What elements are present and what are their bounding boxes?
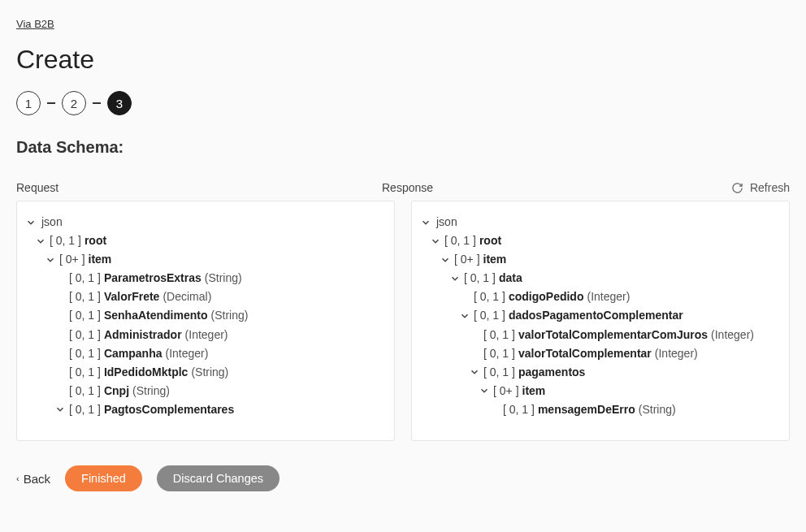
field-name: SenhaAtendimento <box>104 306 208 325</box>
field-type: (String) <box>639 400 676 419</box>
chevron-down-icon[interactable] <box>25 217 37 228</box>
tree-row[interactable]: [ 0, 1 ]IdPedidoMktplc(String) <box>25 363 386 382</box>
stepper: 1 2 3 <box>16 91 790 115</box>
cardinality-range: [ 0+ ] <box>59 250 85 269</box>
cardinality-range: [ 0, 1 ] <box>69 363 101 382</box>
chevron-down-icon[interactable] <box>45 254 56 266</box>
cardinality-range: [ 0, 1 ] <box>503 400 535 419</box>
chevron-down-icon[interactable] <box>420 217 431 228</box>
cardinality-range: [ 0, 1 ] <box>69 306 101 325</box>
cardinality-range: [ 0, 1 ] <box>69 288 101 306</box>
cardinality-range: [ 0, 1 ] <box>474 306 505 325</box>
field-name: Cnpj <box>104 382 129 400</box>
cardinality-range: [ 0, 1 ] <box>69 400 101 419</box>
tree-root-label: json <box>436 213 457 231</box>
field-name: item <box>483 250 507 269</box>
cardinality-range: [ 0, 1 ] <box>50 231 81 250</box>
field-type: (Integer) <box>655 344 698 363</box>
back-label: Back <box>24 472 50 486</box>
finished-button[interactable]: Finished <box>65 465 142 491</box>
tree-row[interactable]: [ 0, 1 ]codigoPedido(Integer) <box>420 288 781 306</box>
breadcrumb-link[interactable]: Via B2B <box>16 18 54 30</box>
field-name: mensagemDeErro <box>538 400 635 419</box>
cardinality-range: [ 0, 1 ] <box>483 363 515 382</box>
tree-row[interactable]: [ 0, 1 ]valorTotalComplementarComJuros(I… <box>420 326 781 344</box>
field-name: valorTotalComplementarComJuros <box>518 326 708 344</box>
tree-row[interactable]: [ 0, 1 ]mensagemDeErro(String) <box>420 400 781 419</box>
step-3[interactable]: 3 <box>107 91 132 115</box>
chevron-down-icon[interactable] <box>469 366 480 378</box>
tree-row[interactable]: [ 0, 1 ]valorTotalComplementar(Integer) <box>420 344 781 363</box>
field-type: (Integer) <box>166 344 209 363</box>
step-1[interactable]: 1 <box>16 91 41 115</box>
field-name: dadosPagamentoComplementar <box>509 306 683 325</box>
tree-row[interactable]: json <box>25 213 386 231</box>
chevron-down-icon[interactable] <box>440 254 451 266</box>
tree-row[interactable]: [ 0, 1 ]ValorFrete(Decimal) <box>25 288 386 306</box>
chevron-down-icon[interactable] <box>449 273 461 284</box>
field-name: valorTotalComplementar <box>518 344 652 363</box>
back-button[interactable]: ‹ Back <box>16 472 50 486</box>
tree-row[interactable]: [ 0, 1 ]PagtosComplementares <box>25 400 386 419</box>
tree-root-label: json <box>41 213 63 231</box>
tree-row[interactable]: [ 0, 1 ]Administrador(Integer) <box>25 326 386 344</box>
field-name: IdPedidoMktplc <box>104 363 188 382</box>
tree-row[interactable]: [ 0, 1 ]ParametrosExtras(String) <box>25 269 386 288</box>
discard-changes-button[interactable]: Discard Changes <box>157 465 280 491</box>
tree-row[interactable]: [ 0, 1 ]root <box>420 231 781 250</box>
field-type: (Decimal) <box>162 288 211 306</box>
tree-row[interactable]: [ 0, 1 ]root <box>25 231 386 250</box>
chevron-down-icon[interactable] <box>54 404 66 415</box>
cardinality-range: [ 0+ ] <box>454 250 480 269</box>
field-type: (String) <box>191 363 228 382</box>
tree-row[interactable]: [ 0+ ]item <box>25 250 386 269</box>
refresh-icon <box>731 182 743 194</box>
refresh-button[interactable]: Refresh <box>731 181 790 194</box>
cardinality-range: [ 0, 1 ] <box>69 382 101 400</box>
step-connector <box>93 102 101 104</box>
field-name: Campanha <box>104 344 162 363</box>
field-name: root <box>84 231 106 250</box>
field-name: item <box>522 382 546 400</box>
chevron-down-icon[interactable] <box>479 385 490 396</box>
cardinality-range: [ 0+ ] <box>493 382 519 400</box>
cardinality-range: [ 0, 1 ] <box>483 344 515 363</box>
tree-row[interactable]: [ 0, 1 ]SenhaAtendimento(String) <box>25 306 386 325</box>
tree-row[interactable]: [ 0, 1 ]Cnpj(String) <box>25 382 386 400</box>
chevron-down-icon[interactable] <box>430 236 441 247</box>
page-title: Create <box>16 45 790 75</box>
cardinality-range: [ 0, 1 ] <box>483 326 515 344</box>
field-name: ParametrosExtras <box>104 269 202 288</box>
field-type: (String) <box>132 382 170 400</box>
cardinality-range: [ 0, 1 ] <box>474 288 505 306</box>
field-type: (Integer) <box>185 326 228 344</box>
field-name: root <box>479 231 501 250</box>
tree-row[interactable]: [ 0, 1 ]dadosPagamentoComplementar <box>420 306 781 325</box>
section-title: Data Schema: <box>16 138 790 157</box>
response-schema-panel: json[ 0, 1 ]root[ 0+ ]item[ 0, 1 ]data[ … <box>411 201 790 441</box>
response-label: Response <box>382 181 731 194</box>
cardinality-range: [ 0, 1 ] <box>464 269 496 288</box>
cardinality-range: [ 0, 1 ] <box>444 231 476 250</box>
chevron-down-icon[interactable] <box>459 310 470 322</box>
field-name: codigoPedido <box>509 288 584 306</box>
field-type: (Integer) <box>711 326 754 344</box>
chevron-left-icon: ‹ <box>16 474 20 483</box>
request-schema-panel: json[ 0, 1 ]root[ 0+ ]item[ 0, 1 ]Parame… <box>16 201 395 441</box>
tree-row[interactable]: [ 0, 1 ]pagamentos <box>420 363 781 382</box>
tree-row[interactable]: [ 0, 1 ]Campanha(Integer) <box>25 344 386 363</box>
field-type: (Integer) <box>587 288 630 306</box>
tree-row[interactable]: json <box>420 213 781 231</box>
tree-row[interactable]: [ 0, 1 ]data <box>420 269 781 288</box>
refresh-label: Refresh <box>750 181 790 194</box>
tree-row[interactable]: [ 0+ ]item <box>420 250 781 269</box>
field-name: data <box>499 269 522 288</box>
cardinality-range: [ 0, 1 ] <box>69 326 101 344</box>
cardinality-range: [ 0, 1 ] <box>69 344 101 363</box>
tree-row[interactable]: [ 0+ ]item <box>420 382 781 400</box>
chevron-down-icon[interactable] <box>35 236 46 247</box>
request-label: Request <box>16 181 366 194</box>
cardinality-range: [ 0, 1 ] <box>69 269 101 288</box>
step-connector <box>47 102 55 104</box>
step-2[interactable]: 2 <box>62 91 86 115</box>
